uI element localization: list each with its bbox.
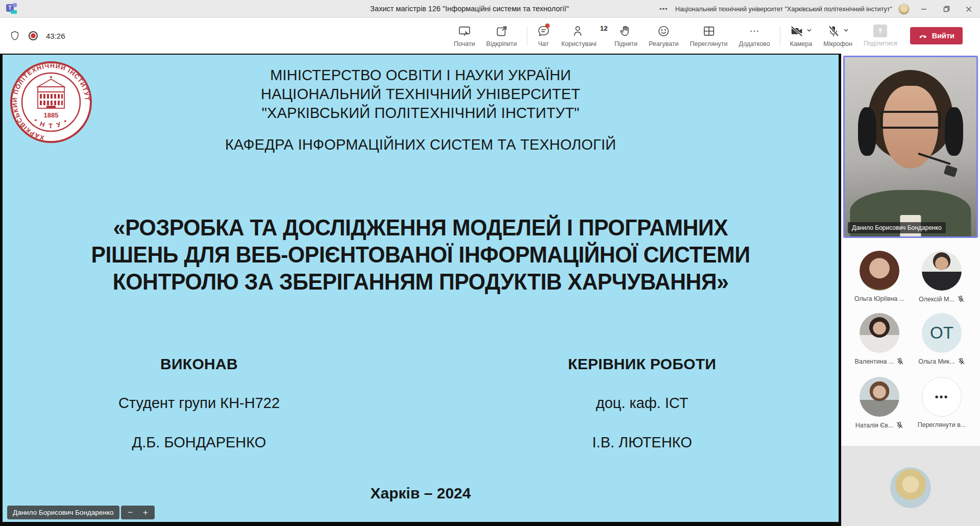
people-icon	[572, 25, 585, 38]
chat-button[interactable]: Чат	[531, 18, 556, 54]
avatar	[860, 313, 899, 353]
mic-button[interactable]: Мікрофон	[818, 18, 858, 54]
active-speaker-tile[interactable]: Данило Борисович Бондаренко	[843, 56, 978, 238]
participants-sidebar: Данило Борисович Бондаренко Ольга Юріївн…	[841, 54, 980, 526]
self-view-tile[interactable]	[841, 446, 980, 526]
view-more-participants-tile[interactable]: ••• Переглянути в...	[911, 377, 973, 428]
participant-tile[interactable]: Валентина ...	[848, 313, 911, 365]
leave-button[interactable]: Вийти	[910, 27, 963, 44]
participant-tile[interactable]: ОТ Ольга Мик...	[911, 313, 973, 365]
participant-tile[interactable]: Олексій М...	[911, 251, 973, 303]
participants-button[interactable]: 12 Користувачі	[556, 18, 609, 54]
slide-footer: Харків – 2024	[3, 485, 839, 502]
camera-chevron-icon	[806, 28, 812, 35]
mic-chevron-icon	[843, 28, 849, 35]
avatar-initials: ОТ	[922, 313, 962, 353]
titlebar-overflow-icon[interactable]: •••	[658, 5, 669, 13]
teams-app-icon: T	[6, 3, 18, 15]
meeting-timer: 43:26	[46, 32, 65, 40]
ministry-text: МІНІСТЕРСТВО ОСВІТИ І НАУКИ УКРАЇНИ НАЦІ…	[3, 66, 839, 123]
participant-tile[interactable]: Наталія Єв...	[848, 377, 911, 429]
avatar	[860, 377, 899, 417]
grid-view-icon	[702, 25, 716, 38]
chat-unread-badge	[545, 23, 550, 28]
restore-button[interactable]	[938, 0, 954, 18]
shared-content-stage: ХАРКІВСЬКИЙ ПОЛІТЕХНІЧНИЙ ІНСТИТУТ • Н Т…	[0, 54, 841, 526]
participants-count: 12	[600, 25, 608, 32]
mic-muted-icon	[958, 357, 965, 365]
meeting-title: Захист магістрів 126 "Інформаційні систе…	[235, 0, 704, 18]
user-avatar[interactable]	[898, 4, 910, 15]
mic-muted-icon	[896, 357, 904, 365]
share-screen-icon	[458, 25, 471, 38]
view-button[interactable]: Переглянути	[684, 18, 733, 54]
speaker-video	[845, 57, 976, 236]
share-content-button: Поділитися	[858, 18, 903, 54]
smiley-icon	[657, 25, 670, 38]
organization-title: Національний технічний університет "Харк…	[675, 6, 892, 13]
more-button[interactable]: Додатково	[733, 18, 776, 54]
thesis-title: «РОЗРОБКА ТА ДОСЛІДЖЕННЯ МОДЕЛЕЙ І ПРОГР…	[23, 214, 818, 295]
participant-tile[interactable]: Ольга Юріївна ...	[848, 251, 911, 302]
popout-icon	[495, 25, 508, 38]
raise-hand-icon	[619, 25, 632, 38]
ellipsis-icon	[748, 25, 761, 38]
share-content-icon	[873, 25, 887, 37]
hangup-icon	[918, 31, 928, 41]
mic-muted-icon	[896, 421, 903, 429]
zoom-controls: − +	[121, 506, 155, 519]
presenter-name-pill: Данило Борисович Бондаренко	[7, 506, 119, 519]
react-button[interactable]: Реагувати	[643, 18, 684, 54]
camera-off-icon	[790, 25, 803, 38]
executor-block: ВИКОНАВ Студент групи КН-Н722 Д.Б. БОНДА…	[33, 355, 365, 451]
close-button[interactable]	[961, 0, 977, 18]
minimize-button[interactable]	[916, 0, 932, 18]
share-screen-button[interactable]: Почати	[448, 18, 481, 54]
camera-button[interactable]: Камера	[785, 18, 818, 54]
avatar	[922, 251, 962, 291]
raise-hand-button[interactable]: Підняти	[609, 18, 643, 54]
more-participants-icon: •••	[922, 377, 962, 417]
zoom-out-button[interactable]: −	[128, 508, 133, 517]
shield-icon	[9, 30, 20, 41]
window-titlebar: T Захист магістрів 126 "Інформаційні сис…	[0, 0, 980, 18]
meeting-toolbar: 43:26 Почати Відкріпити Чат 12 Користува…	[0, 18, 980, 54]
recording-indicator-icon	[28, 31, 38, 41]
self-avatar	[890, 467, 931, 508]
presentation-slide: ХАРКІВСЬКИЙ ПОЛІТЕХНІЧНИЙ ІНСТИТУТ • Н Т…	[3, 55, 839, 522]
supervisor-block: КЕРІВНИК РОБОТИ доц. каф. ІСТ І.В. ЛЮТЕН…	[476, 355, 808, 451]
unpin-button[interactable]: Відкріпити	[481, 18, 523, 54]
avatar	[860, 251, 899, 291]
department-text: КАФЕДРА ІНФОРМАЦІЙНИХ СИСТЕМ ТА ТЕХНОЛОГ…	[3, 136, 839, 153]
speaker-name-label: Данило Борисович Бондаренко	[848, 222, 946, 233]
mic-muted-icon	[957, 295, 965, 303]
mic-off-icon	[827, 25, 840, 38]
zoom-in-button[interactable]: +	[143, 508, 148, 517]
